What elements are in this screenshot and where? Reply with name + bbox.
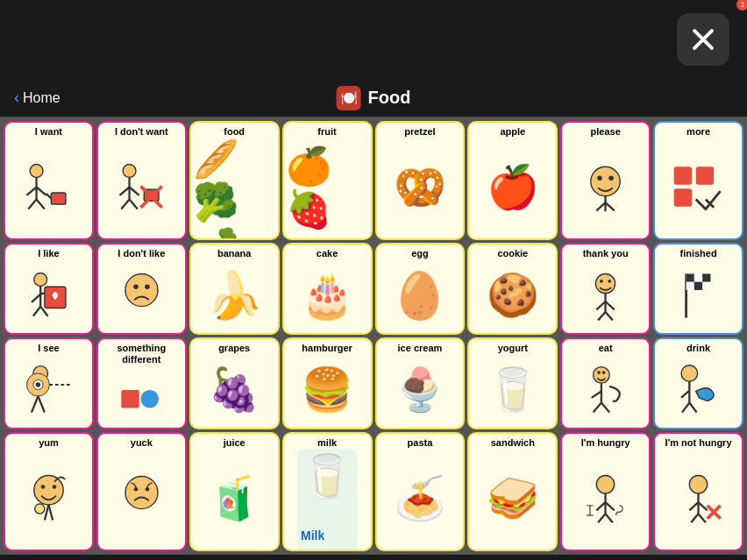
svg-line-21 — [606, 202, 615, 210]
cell-i-want[interactable]: I want — [4, 121, 94, 240]
cell-label-eat: eat — [564, 343, 647, 354]
cell-sandwich[interactable]: sandwich🥪 — [467, 432, 558, 551]
cell-label-grapes: grapes — [193, 343, 276, 354]
svg-line-20 — [596, 202, 605, 210]
svg-line-71 — [689, 402, 696, 412]
cell-label-food: food — [193, 126, 276, 138]
cell-label-fruit: fruit — [286, 126, 369, 138]
cell-yogurt[interactable]: yogurt🥛 — [467, 337, 558, 429]
cell-im-hungry[interactable]: I'm hungry — [560, 432, 651, 551]
cell-image-im-not-hungry — [657, 449, 740, 548]
svg-line-27 — [32, 294, 40, 301]
svg-line-12 — [129, 200, 137, 209]
svg-rect-22 — [674, 167, 692, 184]
svg-point-7 — [123, 165, 136, 178]
nav-icon: 🍽️ — [337, 86, 361, 110]
close-button[interactable] — [677, 13, 729, 66]
cell-ice-cream[interactable]: ice cream🍨 — [375, 337, 466, 429]
cell-label-i-dont-want: I don't want — [100, 126, 183, 138]
cell-eat[interactable]: eat — [560, 337, 651, 429]
svg-rect-45 — [687, 273, 694, 281]
cell-image-i-dont-like — [100, 259, 183, 331]
cell-image-pasta: 🍝 — [379, 449, 462, 548]
cell-i-dont-want[interactable]: I don't want — [96, 121, 187, 240]
cell-milk[interactable]: milk🥛Milk — [282, 432, 373, 551]
svg-rect-47 — [702, 273, 710, 281]
cell-image-yuck — [100, 449, 183, 548]
cell-juice[interactable]: juice🧃 — [189, 432, 280, 551]
cell-drink[interactable]: drink — [653, 337, 743, 429]
cell-label-pretzel: pretzel — [379, 126, 462, 138]
cell-something-different[interactable]: something different — [96, 337, 187, 429]
cell-finished[interactable]: finished — [653, 243, 743, 335]
svg-line-75 — [45, 505, 49, 521]
cell-cookie[interactable]: cookie🍪 — [467, 243, 558, 335]
cell-image-please — [564, 138, 647, 237]
cell-label-apple: apple — [471, 126, 554, 138]
cell-image-hamburger: 🍔 — [286, 354, 369, 426]
cell-label-ice-cream: ice cream — [379, 343, 462, 354]
nav-title: 🍽️ Food — [337, 86, 411, 110]
svg-point-18 — [608, 176, 614, 181]
cell-apple[interactable]: apple🍎 — [467, 121, 558, 240]
symbol-grid: I want I don't want food🥖🥦🥕fruit🍊🍓pretze… — [0, 117, 747, 555]
svg-line-39 — [596, 301, 605, 309]
cell-pretzel[interactable]: pretzel🥨 — [375, 121, 466, 240]
svg-line-29 — [33, 306, 40, 315]
cell-more[interactable]: more — [653, 121, 743, 240]
cell-i-dont-like[interactable]: I don't like — [96, 243, 187, 335]
cell-banana[interactable]: banana🍌 — [189, 243, 280, 335]
home-button[interactable]: ‹ Home — [14, 89, 60, 107]
svg-line-65 — [594, 402, 601, 412]
cell-i-like[interactable]: I like — [4, 243, 94, 335]
svg-line-2 — [26, 188, 36, 195]
cell-hamburger[interactable]: hamburger🍔 — [282, 337, 373, 429]
svg-rect-24 — [674, 188, 692, 206]
cell-image-pretzel: 🥨 — [379, 138, 462, 237]
cell-fruit[interactable]: fruit🍊🍓 — [282, 121, 373, 240]
svg-line-69 — [681, 390, 689, 397]
svg-line-95 — [699, 514, 706, 522]
svg-point-78 — [125, 477, 158, 509]
svg-line-10 — [129, 188, 139, 195]
cell-label-something-different: something different — [100, 343, 183, 365]
svg-point-34 — [145, 284, 150, 289]
cell-food[interactable]: food🥖🥦🥕 — [189, 121, 280, 240]
cell-cake[interactable]: cake🎂 — [282, 243, 373, 335]
cell-label-yogurt: yogurt — [471, 343, 554, 354]
cell-image-banana: 🍌 — [193, 259, 276, 331]
svg-point-33 — [133, 284, 139, 289]
cell-thank-you[interactable]: thank you — [560, 243, 651, 335]
svg-rect-49 — [694, 281, 702, 289]
cell-image-eat — [564, 354, 647, 426]
svg-line-5 — [37, 200, 45, 209]
svg-line-56 — [32, 396, 38, 413]
cell-image-i-see — [7, 354, 90, 426]
cell-image-im-hungry — [564, 449, 647, 548]
cell-image-yogurt: 🥛 — [471, 354, 554, 426]
cell-image-yum — [7, 449, 90, 548]
svg-point-77 — [35, 504, 45, 514]
svg-line-76 — [48, 505, 53, 521]
cell-image-ice-cream: 🍨 — [379, 354, 462, 426]
svg-line-9 — [119, 188, 129, 195]
nav-title-text: Food — [368, 88, 411, 108]
cell-image-food: 🥖🥦🥕 — [193, 138, 276, 240]
svg-point-80 — [145, 487, 149, 492]
svg-point-37 — [608, 280, 611, 283]
bottom-bar: 1 — [0, 555, 747, 560]
cell-label-finished: finished — [657, 248, 740, 259]
cell-yuck[interactable]: yuck — [96, 432, 187, 551]
cell-pasta[interactable]: pasta🍝 — [375, 432, 466, 551]
cell-label-thank-you: thank you — [564, 248, 647, 259]
cell-im-not-hungry[interactable]: I'm not hungry — [653, 432, 743, 551]
svg-line-84 — [606, 502, 615, 510]
cell-i-see[interactable]: I see — [4, 337, 94, 429]
svg-point-81 — [596, 476, 614, 493]
home-label: Home — [23, 90, 60, 106]
cell-yum[interactable]: yum — [4, 432, 94, 551]
cell-please[interactable]: please — [560, 121, 651, 240]
cell-grapes[interactable]: grapes🍇 — [189, 337, 280, 429]
cell-egg[interactable]: egg🥚 — [375, 243, 466, 335]
cell-image-something-different — [100, 365, 183, 426]
